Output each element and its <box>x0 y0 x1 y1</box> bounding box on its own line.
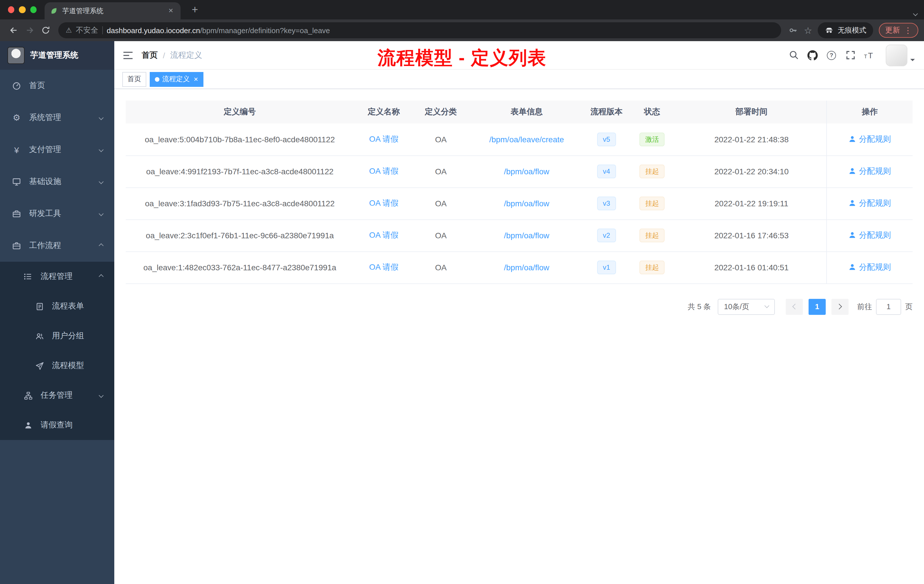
status-badge[interactable]: 挂起 <box>639 165 665 178</box>
url-host: dashboard.yudao.iocoder.cn <box>107 26 200 35</box>
status-badge[interactable]: 激活 <box>639 133 665 146</box>
tag-process-definition[interactable]: 流程定义 × <box>150 72 203 87</box>
col-deploy-time: 部署时间 <box>676 101 827 124</box>
goto-page-input[interactable] <box>876 299 901 315</box>
tab-close-icon[interactable]: × <box>166 6 175 15</box>
screen: 芋道管理系统 × + ⚠ 不安全 dashboard.yudao.iocoder… <box>0 0 924 584</box>
pagination-total: 共 5 条 <box>688 302 711 312</box>
address-bar[interactable]: ⚠ 不安全 dashboard.yudao.iocoder.cn /bpm/ma… <box>58 22 781 38</box>
window-close-button[interactable] <box>8 6 15 13</box>
sidebar-item-home[interactable]: 首页 <box>0 70 114 102</box>
assign-rule-link[interactable]: 分配规则 <box>848 134 891 144</box>
next-page-button[interactable] <box>832 299 848 315</box>
prev-page-button[interactable] <box>786 299 803 315</box>
assign-rule-link[interactable]: 分配规则 <box>848 262 891 272</box>
browser-tabstrip: 芋道管理系统 × + <box>0 0 924 20</box>
version-badge[interactable]: v5 <box>597 133 616 146</box>
tag-close-icon[interactable]: × <box>194 75 198 83</box>
sidebar-item-user-group[interactable]: 用户分组 <box>0 321 114 351</box>
new-tab-button[interactable]: + <box>187 3 202 16</box>
sidebar-item-infra[interactable]: 基础设施 <box>0 166 114 198</box>
page-size-select[interactable]: 10条/页 <box>718 299 775 315</box>
browser-update-button[interactable]: 更新 ⋮ <box>879 23 918 38</box>
definition-category: OA <box>414 219 468 251</box>
tree-icon <box>23 391 33 400</box>
deploy-time: 2022-01-16 01:40:51 <box>676 251 827 284</box>
version-badge[interactable]: v3 <box>597 196 616 210</box>
search-icon[interactable] <box>787 48 800 63</box>
version-badge[interactable]: v4 <box>597 165 616 178</box>
sidebar-item-label: 支付管理 <box>29 145 92 155</box>
definition-name-link[interactable]: OA 请假 <box>369 230 399 239</box>
form-info-link[interactable]: /bpm/oa/flow <box>504 231 549 240</box>
tab-search-icon[interactable] <box>914 7 917 18</box>
version-badge[interactable]: v1 <box>597 261 616 274</box>
version-badge[interactable]: v2 <box>597 229 616 242</box>
definition-name-link[interactable]: OA 请假 <box>369 134 399 144</box>
chevron-down-icon <box>765 304 769 308</box>
sidebar-item-process-model[interactable]: 流程模型 <box>0 351 114 381</box>
gear-icon: ⚙ <box>12 112 22 123</box>
definition-category: OA <box>414 155 468 187</box>
window-minimize-button[interactable] <box>19 6 26 13</box>
form-info-link[interactable]: /bpm/oa/leave/create <box>489 135 564 144</box>
assign-rule-link[interactable]: 分配规则 <box>848 198 891 209</box>
sidebar-item-devtools[interactable]: 研发工具 <box>0 198 114 230</box>
url-separator <box>102 26 103 34</box>
definition-id: oa_leave:1:482ec033-762a-11ec-8477-a2380… <box>126 251 354 284</box>
sidebar-item-label: 任务管理 <box>41 390 92 401</box>
definition-name-link[interactable]: OA 请假 <box>369 166 399 175</box>
sidebar-item-process-form[interactable]: 流程表单 <box>0 292 114 321</box>
sidebar-item-leave-query[interactable]: 请假查询 <box>0 410 114 440</box>
tag-home[interactable]: 首页 <box>122 72 146 87</box>
password-key-icon[interactable] <box>786 23 800 38</box>
status-badge[interactable]: 挂起 <box>639 196 665 210</box>
assign-rule-link[interactable]: 分配规则 <box>848 166 891 177</box>
monitor-icon <box>12 177 22 186</box>
assign-rule-link[interactable]: 分配规则 <box>848 230 891 241</box>
reload-icon[interactable] <box>38 22 54 38</box>
status-badge[interactable]: 挂起 <box>639 261 665 274</box>
page-number-current[interactable]: 1 <box>808 299 826 315</box>
hamburger-icon[interactable] <box>114 51 142 60</box>
form-info-link[interactable]: /bpm/oa/flow <box>504 263 549 272</box>
definition-table: 定义编号 定义名称 定义分类 表单信息 流程版本 状态 部署时间 操作 oa_l <box>126 101 912 284</box>
user-menu[interactable] <box>886 44 915 66</box>
definition-name-link[interactable]: OA 请假 <box>369 198 399 208</box>
form-document-icon <box>34 302 45 310</box>
bookmark-star-icon[interactable]: ☆ <box>800 23 815 38</box>
sidebar-item-payment[interactable]: ¥ 支付管理 <box>0 134 114 166</box>
definition-id: oa_leave:3:1fad3d93-7b75-11ec-a3c8-acde4… <box>126 187 354 219</box>
breadcrumb: 首页 / 流程定义 <box>142 50 202 60</box>
status-badge[interactable]: 挂起 <box>639 229 665 242</box>
caret-down-icon <box>910 59 915 63</box>
incognito-badge: 无痕模式 <box>818 22 873 38</box>
back-icon[interactable] <box>6 22 22 38</box>
avatar[interactable] <box>886 44 908 66</box>
sidebar-item-workflow[interactable]: 工作流程 <box>0 230 114 262</box>
tags-view-bar: 首页 流程定义 × <box>114 70 924 89</box>
github-icon[interactable] <box>806 48 819 63</box>
sidebar-item-label: 请假查询 <box>41 420 103 430</box>
logo-title: 芋道管理系统 <box>30 50 78 61</box>
sidebar-item-label: 流程管理 <box>41 271 92 282</box>
font-size-icon[interactable]: TT <box>862 48 876 63</box>
sidebar-item-system[interactable]: ⚙ 系统管理 <box>0 102 114 134</box>
browser-menu-icon[interactable]: ⋮ <box>904 26 912 35</box>
definition-name-link[interactable]: OA 请假 <box>369 262 399 271</box>
form-info-link[interactable]: /bpm/oa/flow <box>504 167 549 176</box>
goto-label: 前往 <box>857 302 872 312</box>
window-zoom-button[interactable] <box>30 6 36 13</box>
breadcrumb-home[interactable]: 首页 <box>142 50 158 60</box>
help-icon[interactable]: ? <box>825 48 838 63</box>
sidebar-logo[interactable]: 芋道管理系统 <box>0 41 114 70</box>
table-header-row: 定义编号 定义名称 定义分类 表单信息 流程版本 状态 部署时间 操作 <box>126 101 912 124</box>
deploy-time: 2022-01-22 21:48:38 <box>676 124 827 155</box>
fullscreen-icon[interactable] <box>843 48 857 63</box>
forward-icon[interactable] <box>22 22 38 38</box>
sidebar-item-process-mgmt[interactable]: 流程管理 <box>0 262 114 292</box>
app-window: 芋道管理系统 首页 ⚙ 系统管理 ¥ 支付管理 <box>0 41 924 584</box>
form-info-link[interactable]: /bpm/oa/flow <box>504 199 549 208</box>
browser-tab[interactable]: 芋道管理系统 × <box>45 2 181 20</box>
sidebar-item-task-mgmt[interactable]: 任务管理 <box>0 381 114 410</box>
